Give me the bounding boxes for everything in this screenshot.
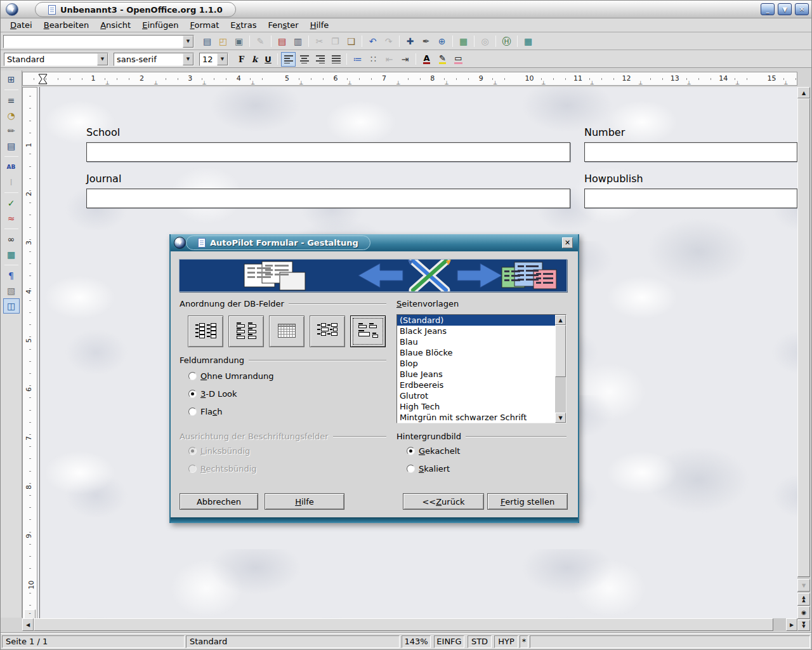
undo-button[interactable]: ↶ (365, 34, 380, 49)
cut-button[interactable]: ✂ (312, 34, 327, 49)
align-right-button[interactable] (313, 52, 327, 67)
abbrechen-button[interactable]: Abbrechen (180, 493, 258, 510)
auto-spellcheck-button[interactable]: ≈ (3, 211, 20, 226)
font-size-input[interactable] (200, 53, 217, 65)
font-color-button[interactable]: A (419, 52, 434, 67)
hyperlink-bar-button[interactable]: Ⓗ (499, 34, 514, 49)
paragraph-style-input[interactable] (4, 53, 97, 65)
save-button[interactable]: ▣ (232, 34, 246, 49)
menu-fenster[interactable]: Fenster (262, 19, 304, 31)
navigation-button[interactable]: ◉ (797, 606, 810, 619)
data-sources-button[interactable]: ▦ (521, 34, 535, 49)
page-style-option[interactable]: Black Jeans (397, 326, 566, 336)
new-document-button[interactable]: ▤ (200, 34, 214, 49)
arrangement-in-blocks-labels-left-button[interactable] (310, 315, 345, 347)
autotext-button[interactable]: AB (3, 159, 20, 175)
page-style-option[interactable]: Mintgrün mit schwarzer Schrift (397, 412, 566, 423)
highlighting-button[interactable]: ✎ (435, 52, 450, 67)
vertical-ruler[interactable]: - 12345678910 (22, 87, 37, 621)
close-button[interactable]: ✕ (795, 3, 809, 15)
horizontal-ruler[interactable]: 1⊥2⊥3⊥4⊥5⊥6⊥7⊥8⊥9⊥10⊥11⊥12⊥13⊥14⊥15⊥ (22, 72, 797, 86)
page-style-option[interactable]: Glutrot (397, 390, 566, 401)
fertig-stellen-button[interactable]: Fertig stellen (487, 493, 568, 510)
url-combobox[interactable]: ▼ (3, 35, 194, 48)
align-left-button[interactable] (281, 52, 296, 67)
italic-button[interactable]: k (248, 53, 261, 66)
page-style-option[interactable]: Erdbeereis (397, 380, 566, 390)
howpublish-field[interactable] (584, 189, 797, 208)
align-center-button[interactable] (297, 52, 311, 67)
font-size-combobox[interactable]: ▼ (199, 53, 228, 66)
hyperlink-dialog-button[interactable]: ⊕ (435, 34, 449, 49)
school-field[interactable] (86, 142, 570, 162)
font-name-input[interactable] (114, 53, 183, 65)
field-border-option-ohne-umrandung[interactable]: Ohne Umrandung (188, 371, 274, 381)
open-button[interactable]: ◰ (216, 34, 230, 49)
menu-bearbeiten[interactable]: Bearbeiten (38, 19, 95, 31)
dialog-close-button[interactable]: ✕ (562, 237, 573, 248)
numbered-list-button[interactable]: ≔ (350, 52, 365, 67)
menu-einf-gen[interactable]: Einfügen (136, 19, 184, 31)
arrangement-in-blocks-labels-above-button[interactable] (350, 315, 386, 347)
margin-marker-icon[interactable] (38, 74, 48, 86)
window-menu-button[interactable]: ▼ (6, 3, 18, 16)
scroll-right-button[interactable]: ▶ (786, 618, 797, 631)
horizontal-scroll-thumb[interactable] (34, 618, 773, 631)
page-styles-listbox[interactable]: (Standard)Black JeansBlauBlaue BlöckeBlo… (396, 314, 566, 423)
redo-button[interactable]: ↷ (381, 34, 396, 49)
menu-format[interactable]: Format (185, 19, 225, 31)
hyperlink-mode-indicator[interactable]: HYP (494, 635, 518, 648)
modified-flag[interactable]: * (520, 635, 528, 648)
decrease-indent-button[interactable]: ⇤ (382, 52, 396, 67)
paragraph-style-combobox[interactable]: ▼ (4, 53, 108, 66)
copy-button[interactable]: ❐ (328, 34, 343, 49)
export-pdf-button[interactable]: ▤ (275, 34, 289, 49)
number-field[interactable] (584, 142, 797, 162)
maximize-button[interactable]: ▼ (778, 3, 792, 15)
page-style-option[interactable]: Blop (397, 358, 566, 369)
page-style-option[interactable]: Blau (397, 336, 566, 347)
underline-button[interactable]: U (261, 53, 275, 66)
font-name-combobox[interactable]: ▼ (114, 53, 194, 66)
background-image-option-skaliert[interactable]: Skaliert (407, 463, 450, 474)
nonprinting-characters-button[interactable]: ¶ (3, 268, 20, 283)
insert-object-button[interactable]: ◔ (3, 108, 20, 123)
chevron-down-icon[interactable]: ▼ (97, 53, 108, 65)
paragraph-background-button[interactable]: ▭ (451, 52, 466, 67)
label-alignment-option-linksb-ndig[interactable]: Linksbündig (188, 446, 250, 456)
menu-hilfe[interactable]: Hilfe (304, 19, 335, 31)
listbox-scroll-thumb[interactable] (555, 325, 566, 377)
chevron-down-icon[interactable]: ▼ (183, 53, 193, 65)
url-input[interactable] (4, 36, 183, 48)
background-image-option-gekachelt[interactable]: Gekachelt (407, 446, 460, 456)
bold-button[interactable]: F (235, 53, 248, 66)
page-style-option[interactable]: Blue Jeans (397, 369, 566, 380)
menu-ansicht[interactable]: Ansicht (95, 19, 136, 31)
justify-button[interactable] (329, 52, 343, 67)
form-button[interactable]: ▤ (3, 138, 20, 154)
scroll-up-button[interactable]: ▲ (555, 315, 566, 325)
graphics-on-off-button[interactable]: ▧ (3, 283, 20, 298)
online-layout-button[interactable]: ◫ (3, 298, 20, 314)
insert-fields-button[interactable]: ≡ (3, 93, 20, 108)
field-border-option-flach[interactable]: Flach (188, 406, 222, 416)
scroll-down-button[interactable]: ▼ (797, 579, 810, 592)
spellcheck-button[interactable]: ✓ (3, 196, 20, 211)
menu-extras[interactable]: Extras (225, 19, 262, 31)
menu-datei[interactable]: Datei (4, 19, 38, 31)
dialog-titlebar[interactable]: ▼ AutoPilot Formular - Gestaltung ✕ (171, 234, 578, 251)
arrangement-as-data-sheet-button[interactable] (269, 315, 304, 347)
print-file-direct-button[interactable]: ▥ (291, 34, 305, 49)
field-border-option-3-d-look[interactable]: 3-D Look (188, 388, 237, 399)
stylist-button[interactable]: ✒ (419, 34, 433, 49)
show-draw-functions-button[interactable]: ✏ (3, 123, 20, 138)
listbox-scrollbar[interactable]: ▲ ▼ (555, 315, 566, 423)
zoom-button[interactable]: ◎ (478, 34, 492, 49)
gallery-button[interactable]: ▦ (456, 34, 471, 49)
bullet-list-button[interactable]: ∷ (366, 52, 381, 67)
next-page-button[interactable]: ▼▼ (797, 620, 810, 631)
vertical-scrollbar[interactable]: ▲ ▼ ▲▲ ◉ ▼▼ (797, 87, 810, 631)
zoom-level[interactable]: 143% (402, 635, 431, 648)
page-style-option[interactable]: High Tech (397, 401, 566, 412)
minimize-button[interactable]: _ (761, 3, 775, 15)
